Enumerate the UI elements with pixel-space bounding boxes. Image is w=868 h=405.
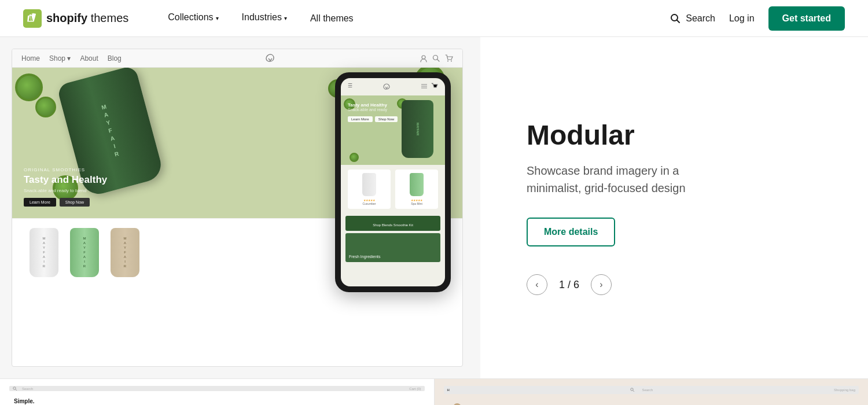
nav-industries[interactable]: Industries ▾ (230, 0, 299, 37)
product-2: MAYFAIR (70, 228, 99, 279)
cucumber-2 (35, 97, 56, 117)
bottom-card-simple[interactable]: Search Cart (0) Simple. Featured collect… (0, 379, 435, 405)
phone-hero: MAYFAIR Tasty and Healthy Snack-able and… (341, 95, 445, 165)
svg-point-6 (447, 60, 448, 61)
bottom-cards: Search Cart (0) Simple. Featured collect… (0, 378, 868, 405)
phone-green-section: Fresh Ingredients (345, 233, 440, 262)
phone-topbar: ☰ (341, 78, 445, 95)
search-icon (670, 13, 681, 24)
main-area: Home Shop ▾ About Blog (0, 37, 868, 378)
preview-section: Home Shop ▾ About Blog (0, 37, 480, 378)
nav-links: Collections ▾ Industries ▾ All themes (156, 0, 670, 37)
prev-page-button[interactable]: ‹ (527, 274, 547, 295)
phone-product-1: ★★★★★ Cucumber (348, 170, 391, 209)
hero-text-block: ORIGINAL SMOOTHIES Tasty and Healthy Sna… (24, 167, 107, 207)
next-page-button[interactable]: › (591, 274, 612, 295)
logo-text: shopify themes (46, 12, 128, 25)
login-button[interactable]: Log in (729, 13, 755, 24)
logo[interactable]: shopify themes (23, 9, 128, 28)
nav-all-themes[interactable]: All themes (299, 0, 365, 37)
theme-description: Showcase brand imagery in a minimalist, … (527, 162, 735, 197)
theme-name: Modular (527, 120, 822, 151)
shopify-logo-icon (23, 9, 42, 28)
cart-icon (445, 54, 453, 62)
svg-point-7 (451, 60, 452, 61)
svg-line-2 (677, 20, 680, 23)
product-3: MAYFAIR (111, 228, 139, 279)
industries-chevron-icon: ▾ (284, 15, 287, 21)
phone-product-2: ★★★★★ Spa Mint (395, 170, 438, 209)
magnify-icon (13, 386, 17, 391)
phone-learn-btn[interactable]: Learn More (348, 116, 373, 122)
bottom-card-highlight[interactable]: H Search Shopping bag H Featured (435, 379, 869, 405)
pagination-count: 1 / 6 (559, 279, 579, 291)
user-icon (420, 54, 428, 62)
search-small-icon (432, 54, 440, 62)
svg-line-12 (16, 389, 17, 391)
phone-shop-btn-bottom[interactable]: Shop Blends Smoothie Kit (345, 216, 440, 231)
svg-point-3 (422, 56, 425, 59)
browser-mock: Home Shop ▾ About Blog (12, 49, 463, 367)
phone-cart-icon (431, 83, 438, 90)
cucumber-1 (15, 73, 43, 101)
phone-logo-icon (381, 83, 392, 91)
shop-now-btn[interactable]: Shop Now (60, 198, 90, 207)
phone-screen: ☰ (341, 78, 445, 286)
svg-line-14 (633, 391, 635, 392)
browser-bar: Home Shop ▾ About Blog (12, 49, 462, 68)
page-container: shopify themes Collections ▾ Industries … (0, 0, 868, 405)
info-section: Modular Showcase brand imagery in a mini… (480, 37, 868, 378)
product-1: MAYFAIR (30, 228, 58, 279)
site-logo-icon (262, 53, 278, 64)
navbar: shopify themes Collections ▾ Industries … (0, 0, 868, 37)
pagination: ‹ 1 / 6 › (527, 274, 822, 295)
nav-right: Search Log in Get started (670, 6, 845, 31)
search-button[interactable]: Search (670, 13, 715, 24)
phone-shop-btn[interactable]: Shop Now (375, 116, 398, 122)
phone-products: ★★★★★ Cucumber ★★★★★ Spa Mint (341, 165, 445, 213)
browser-bar-links: Home Shop ▾ About Blog (21, 54, 122, 62)
more-details-button[interactable]: More details (527, 218, 615, 246)
get-started-button[interactable]: Get started (768, 6, 845, 31)
nav-collections[interactable]: Collections ▾ (156, 0, 230, 37)
learn-more-btn[interactable]: Learn More (24, 198, 56, 207)
collections-chevron-icon: ▾ (216, 15, 219, 21)
search-small2-icon (630, 388, 635, 392)
svg-line-5 (437, 59, 440, 61)
phone-mock: ☰ (335, 72, 451, 292)
phone-menu-icon (421, 83, 428, 90)
